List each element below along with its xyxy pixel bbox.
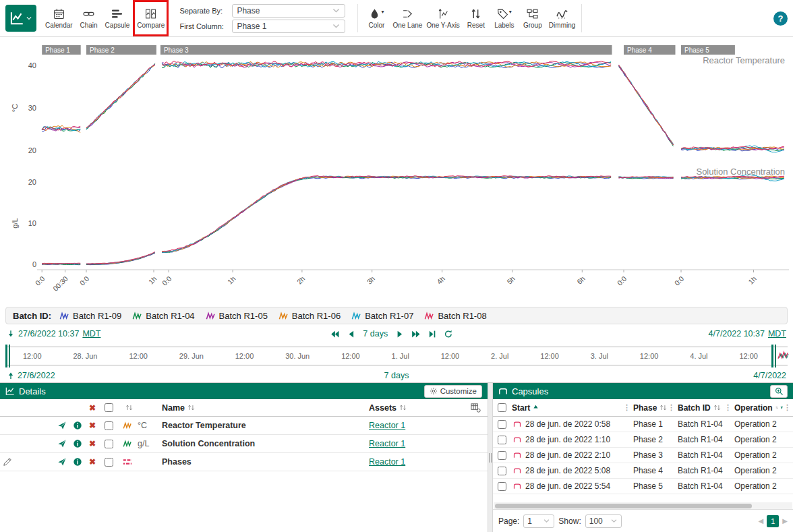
trend-chart[interactable]: 0:000:300:01h0:01h2h3h4h5h6h0:00:01hPhas… xyxy=(0,37,793,305)
step-forward-fast-icon[interactable] xyxy=(411,330,420,338)
legend-item-batch[interactable]: Batch R1-04 xyxy=(132,311,194,321)
capsule-row[interactable]: 28 de jun. de 2022 2:10Phase 3Batch R1-0… xyxy=(493,448,793,463)
horizontal-scrollbar[interactable] xyxy=(494,502,792,509)
zoom-to-capsule-button[interactable] xyxy=(770,385,788,398)
toolbar-button-reset[interactable]: Reset xyxy=(462,2,490,34)
column-menu-icon[interactable]: ⋮ xyxy=(784,403,791,412)
step-back-icon[interactable] xyxy=(347,330,355,338)
show-select[interactable]: 100 xyxy=(585,514,622,528)
table-options-icon[interactable] xyxy=(471,403,481,413)
toolbar-button-color[interactable]: ▾ Color xyxy=(362,2,390,34)
toolbar-button-capsule[interactable]: Capsule xyxy=(103,2,132,34)
phase-column-header[interactable]: Phase xyxy=(633,403,657,413)
start-column-header[interactable]: Start xyxy=(512,403,530,413)
toolbar-button-dimming[interactable]: Dimming xyxy=(547,2,577,34)
timeline-left-handle[interactable] xyxy=(5,345,11,367)
step-forward-icon[interactable] xyxy=(395,330,404,338)
capsule-row[interactable]: 28 de jun. de 2022 0:58Phase 1Batch R1-0… xyxy=(493,417,793,432)
separate-by-select[interactable]: Phase xyxy=(232,4,345,18)
step-to-end-icon[interactable] xyxy=(428,330,436,338)
timeline-band[interactable]: 12:0028. Jun12:0029. Jun12:0030. Jun12:0… xyxy=(5,347,788,365)
capsule-checkbox[interactable] xyxy=(498,482,506,491)
row-checkbox[interactable] xyxy=(105,458,113,467)
capsule-row[interactable]: 28 de jun. de 2022 5:54Phase 5Batch R1-0… xyxy=(493,479,793,494)
toolbar-button-one-lane[interactable]: One Lane xyxy=(390,2,424,34)
page-number-button[interactable]: 1 xyxy=(767,515,779,527)
info-icon[interactable] xyxy=(73,421,82,430)
panel-splitter[interactable] xyxy=(488,383,493,532)
sort-icon[interactable] xyxy=(775,404,779,411)
sort-icon[interactable] xyxy=(399,404,407,411)
chevron-down-icon xyxy=(543,517,550,525)
sort-icon[interactable] xyxy=(659,404,667,411)
column-menu-icon[interactable]: ⋮ xyxy=(668,403,675,412)
assets-column-header[interactable]: Assets xyxy=(369,403,396,413)
capsule-checkbox[interactable] xyxy=(498,420,506,429)
legend-item-batch[interactable]: Batch R1-07 xyxy=(351,311,413,321)
svg-text:°C: °C xyxy=(11,104,19,112)
remove-icon[interactable]: ✖ xyxy=(89,457,96,467)
send-icon[interactable] xyxy=(57,457,67,467)
legend-item-batch[interactable]: Batch R1-05 xyxy=(206,311,268,321)
next-page-icon[interactable]: ▶ xyxy=(782,517,788,525)
toolbar-button-calendar[interactable]: Calendar xyxy=(43,2,75,34)
timezone-link[interactable]: MDT xyxy=(768,329,786,338)
signal-icon xyxy=(424,311,434,321)
toolbar-button-group[interactable]: Group xyxy=(519,2,547,34)
remove-icon[interactable]: ✖ xyxy=(89,421,96,430)
capsule-checkbox[interactable] xyxy=(498,436,506,444)
timezone-link[interactable]: MDT xyxy=(82,329,100,338)
details-row[interactable]: ✖PhasesReactor 1 xyxy=(0,453,488,471)
capsule-checkbox[interactable] xyxy=(498,451,506,460)
column-menu-icon[interactable]: ⋮ xyxy=(623,403,630,412)
info-icon[interactable] xyxy=(73,457,82,467)
row-checkbox[interactable] xyxy=(105,421,113,430)
timeline-scrubber[interactable]: 12:0028. Jun12:0029. Jun12:0030. Jun12:0… xyxy=(0,343,793,369)
legend-item-batch[interactable]: Batch R1-06 xyxy=(278,311,341,321)
worksheet-view-button[interactable] xyxy=(5,5,36,32)
capsule-row[interactable]: 28 de jun. de 2022 5:08Phase 4Batch R1-0… xyxy=(493,463,793,479)
help-button[interactable]: ? xyxy=(773,11,788,26)
asset-link[interactable]: Reactor 1 xyxy=(369,421,405,430)
info-icon[interactable] xyxy=(73,439,82,448)
details-row[interactable]: ✖g/LSolution ConcentrationReactor 1 xyxy=(0,435,488,453)
send-icon[interactable] xyxy=(57,439,67,448)
customize-button[interactable]: Customize xyxy=(424,385,482,398)
row-checkbox[interactable] xyxy=(105,440,113,448)
column-menu-icon[interactable]: ⋮ xyxy=(724,403,732,412)
sort-icon[interactable] xyxy=(187,404,195,411)
refresh-icon[interactable] xyxy=(444,330,452,338)
toolbar-button-labels[interactable]: ▾ Labels xyxy=(490,2,519,34)
edit-icon[interactable] xyxy=(3,457,12,467)
scrollbar-thumb[interactable] xyxy=(495,504,752,508)
prev-page-icon[interactable]: ◀ xyxy=(759,517,764,525)
capsule-start: 28 de jun. de 2022 1:10 xyxy=(524,435,632,444)
operation-column-header[interactable]: Operation xyxy=(734,403,773,413)
details-row[interactable]: ✖°CReactor TemperatureReactor 1 xyxy=(0,417,488,435)
toolbar-button-compare[interactable]: Compare xyxy=(135,2,167,34)
select-all-checkbox[interactable] xyxy=(105,403,113,412)
asset-link[interactable]: Reactor 1 xyxy=(369,439,405,448)
asset-link[interactable]: Reactor 1 xyxy=(369,457,405,467)
toolbar-button-one-y-axis[interactable]: One Y-Axis xyxy=(424,2,461,34)
sort-icon[interactable] xyxy=(125,404,133,411)
remove-all-icon[interactable]: ✖ xyxy=(89,403,96,413)
trend-svg[interactable]: 0:000:300:01h0:01h2h3h4h5h6h0:00:01hPhas… xyxy=(0,37,793,305)
legend-item-batch[interactable]: Batch R1-09 xyxy=(59,311,121,321)
capsule-checkbox[interactable] xyxy=(498,467,506,475)
remove-icon[interactable]: ✖ xyxy=(89,439,96,448)
page-select[interactable]: 1 xyxy=(523,514,554,528)
batch-id-column-header[interactable]: Batch ID xyxy=(678,403,711,413)
send-icon[interactable] xyxy=(57,421,67,430)
capsule-row[interactable]: 28 de jun. de 2022 1:10Phase 2Batch R1-0… xyxy=(493,432,793,448)
legend-item-batch[interactable]: Batch R1-08 xyxy=(424,311,486,321)
first-column-select[interactable]: Phase 1 xyxy=(232,20,345,33)
range-start-arrow-icon xyxy=(7,330,15,338)
step-back-fast-icon[interactable] xyxy=(330,330,339,338)
capsule-batch-id: Batch R1-04 xyxy=(676,481,733,491)
select-all-capsules-checkbox[interactable] xyxy=(498,403,506,412)
toolbar-button-chain[interactable]: Chain xyxy=(75,2,103,34)
name-column-header[interactable]: Name xyxy=(162,403,185,413)
sort-icon[interactable] xyxy=(713,404,721,411)
timeline-right-handle[interactable] xyxy=(771,345,777,367)
